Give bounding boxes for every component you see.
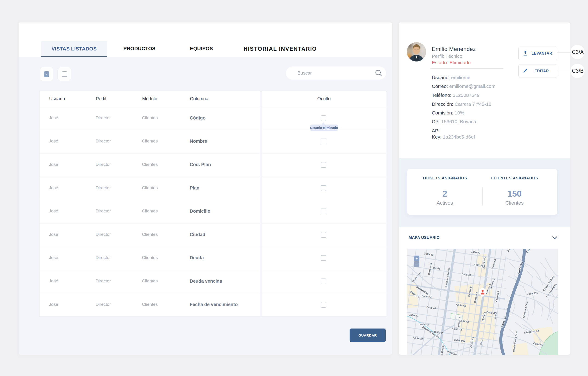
svg-text:+: + (415, 256, 418, 261)
